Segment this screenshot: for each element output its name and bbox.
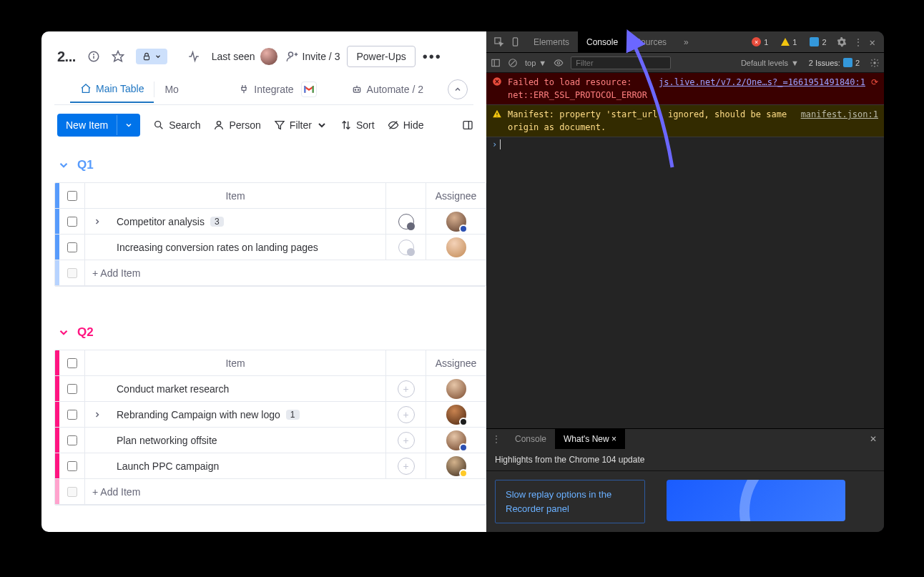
tab-mo[interactable]: Mo: [154, 77, 188, 102]
log-source-link[interactable]: manifest.json:1: [801, 108, 878, 121]
table-row[interactable]: Launch PPC campaign +: [55, 453, 486, 479]
info-icon[interactable]: [87, 50, 100, 63]
add-item-row[interactable]: + Add Item: [55, 479, 486, 505]
invite-button[interactable]: Invite / 3: [285, 50, 340, 63]
console-prompt[interactable]: ›: [486, 137, 884, 152]
table-row[interactable]: Increasing conversion rates on landing p…: [55, 235, 486, 260]
row-checkbox[interactable]: [67, 217, 77, 227]
row-checkbox[interactable]: [67, 435, 77, 445]
collapse-button[interactable]: [448, 79, 468, 99]
gear-icon[interactable]: [837, 37, 847, 47]
conversation-icon[interactable]: [398, 214, 414, 230]
hide-tool[interactable]: Hide: [388, 119, 424, 131]
warnings-badge[interactable]: 1: [778, 38, 800, 46]
last-seen[interactable]: Last seen: [212, 47, 278, 66]
drawer-menu-icon[interactable]: ⋮: [486, 434, 506, 444]
clear-icon[interactable]: [508, 58, 518, 68]
table: Item Assignee Conduct market research + …: [54, 350, 486, 506]
add-conversation-icon[interactable]: +: [398, 406, 415, 423]
table-row[interactable]: Plan networking offsite +: [55, 428, 486, 453]
console-output[interactable]: Failed to load resource: net::ERR_SSL_PR…: [486, 73, 884, 428]
add-conversation-icon[interactable]: +: [398, 458, 415, 475]
assignee-avatar[interactable]: [446, 405, 466, 425]
col-assignee[interactable]: Assignee: [426, 183, 486, 208]
expand-tool[interactable]: [462, 119, 473, 131]
context-selector[interactable]: top ▼: [525, 59, 546, 67]
tab-sources[interactable]: Sources: [626, 31, 675, 52]
devtools-menu-icon[interactable]: ⋮: [854, 37, 862, 47]
powerups-button[interactable]: Power-Ups: [347, 46, 415, 67]
assignee-avatar[interactable]: [446, 212, 466, 232]
item-name: Plan networking offsite: [117, 435, 217, 446]
row-checkbox[interactable]: [67, 242, 77, 252]
tab-integrate[interactable]: Integrate: [228, 74, 326, 104]
chevron-down-icon: [154, 53, 162, 60]
filter-tool[interactable]: Filter: [274, 119, 328, 131]
gear-icon[interactable]: [870, 58, 880, 68]
assignee-avatar[interactable]: [446, 456, 466, 476]
errors-badge[interactable]: ×1: [749, 37, 771, 46]
messages-badge[interactable]: 2: [807, 37, 829, 46]
filter-input[interactable]: [571, 56, 671, 69]
expand-toggle[interactable]: [85, 217, 109, 226]
app-header: 2... Last seen Invite: [41, 46, 486, 74]
tab-console[interactable]: Console: [578, 31, 626, 52]
table-row[interactable]: Conduct market research +: [55, 376, 486, 402]
close-icon[interactable]: ✕: [862, 434, 884, 444]
close-tab-icon[interactable]: ×: [611, 434, 616, 444]
tab-main-table[interactable]: Main Table: [70, 76, 154, 103]
drawer-tab-whatsnew[interactable]: What's New ×: [555, 429, 625, 449]
group-title[interactable]: Q1: [57, 154, 486, 182]
new-item-button[interactable]: New Item: [57, 114, 140, 137]
lock-button[interactable]: [136, 49, 167, 64]
select-all-checkbox[interactable]: [67, 358, 77, 368]
chevron-down-icon: [316, 119, 328, 131]
star-icon[interactable]: [112, 50, 124, 63]
assignee-avatar[interactable]: [446, 237, 466, 257]
conversation-icon[interactable]: [398, 240, 414, 255]
table-row[interactable]: Competitor analysis3: [55, 209, 486, 235]
svg-point-10: [358, 89, 358, 90]
chevron-down-icon[interactable]: [117, 115, 140, 135]
eye-icon[interactable]: [554, 58, 564, 68]
search-tool[interactable]: Search: [153, 119, 200, 131]
tab-automate[interactable]: Automate / 2: [341, 77, 433, 102]
assignee-avatar[interactable]: [446, 430, 466, 450]
row-checkbox[interactable]: [67, 410, 77, 420]
whatsnew-card[interactable]: Slow replay options in the Recorder pane…: [495, 480, 645, 523]
row-checkbox[interactable]: [67, 461, 77, 471]
svg-point-31: [496, 116, 497, 117]
reload-icon[interactable]: ⟳: [871, 76, 878, 89]
activity-icon[interactable]: [187, 50, 200, 63]
person-tool[interactable]: Person: [213, 119, 260, 131]
device-icon[interactable]: [510, 36, 521, 47]
tab-more[interactable]: »: [675, 31, 697, 52]
tab-elements[interactable]: Elements: [525, 31, 578, 52]
inspect-icon[interactable]: [493, 36, 504, 47]
drawer-tab-console[interactable]: Console: [506, 429, 555, 449]
select-all-checkbox[interactable]: [67, 191, 77, 201]
row-checkbox[interactable]: [67, 384, 77, 394]
col-item[interactable]: Item: [85, 190, 385, 202]
col-assignee[interactable]: Assignee: [426, 350, 486, 375]
issues-button[interactable]: 2 Issues: 2: [806, 58, 862, 67]
log-source-link[interactable]: js.live.net/v7.2/One…s?_=1661951491840:1: [659, 76, 865, 89]
expand-toggle[interactable]: [85, 410, 109, 419]
table-row[interactable]: Rebranding Campaign with new logo1 +: [55, 402, 486, 428]
error-icon: [492, 77, 502, 87]
close-icon[interactable]: ✕: [870, 36, 875, 48]
sort-tool[interactable]: Sort: [340, 119, 375, 131]
svg-marker-3: [112, 51, 123, 61]
assignee-avatar[interactable]: [446, 379, 466, 399]
add-item-row[interactable]: + Add Item: [55, 260, 486, 286]
more-menu-icon[interactable]: •••: [423, 49, 442, 65]
board-title[interactable]: 2...: [57, 49, 76, 65]
console-log-warning[interactable]: Manifest: property 'start_url' ignored, …: [486, 105, 884, 137]
levels-selector[interactable]: Default levels ▼: [741, 59, 799, 67]
col-item[interactable]: Item: [85, 357, 385, 369]
add-conversation-icon[interactable]: +: [398, 432, 415, 449]
sidebar-toggle-icon[interactable]: [491, 58, 501, 68]
group-title[interactable]: Q2: [57, 321, 486, 350]
console-log-error[interactable]: Failed to load resource: net::ERR_SSL_PR…: [486, 73, 884, 105]
add-conversation-icon[interactable]: +: [398, 380, 415, 398]
